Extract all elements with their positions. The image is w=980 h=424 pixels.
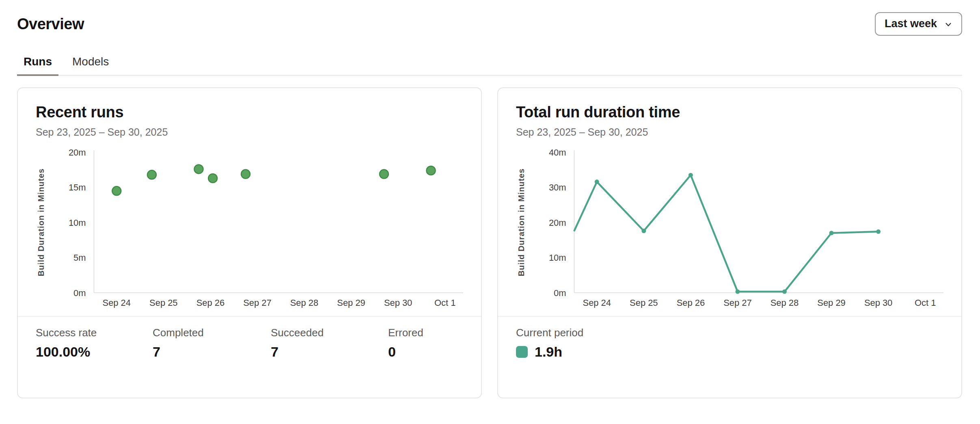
page-header: Overview Last week bbox=[17, 11, 962, 37]
cards-row: Recent runs Sep 23, 2025 – Sep 30, 2025 … bbox=[17, 87, 962, 398]
svg-text:Build Duration in Minutes: Build Duration in Minutes bbox=[517, 168, 526, 276]
chevron-down-icon bbox=[943, 19, 953, 29]
stat-value: 7 bbox=[153, 344, 271, 360]
duration-line-plot: 0m10m20m30m40mSep 24Sep 25Sep 26Sep 27Se… bbox=[516, 149, 943, 310]
svg-text:Sep 26: Sep 26 bbox=[677, 298, 705, 308]
svg-text:Sep 24: Sep 24 bbox=[583, 298, 611, 308]
svg-text:0m: 0m bbox=[554, 288, 566, 298]
stat-label: Completed bbox=[153, 327, 271, 339]
svg-text:Sep 28: Sep 28 bbox=[290, 298, 318, 308]
recent-runs-footer: Success rate 100.00% Completed 7 Succeed… bbox=[18, 316, 481, 360]
tab-runs[interactable]: Runs bbox=[17, 55, 58, 76]
stat-errored: Errored 0 bbox=[388, 327, 463, 360]
period-dropdown-value: Last week bbox=[885, 17, 937, 30]
recent-runs-chart: 0m5m10m15m20mSep 24Sep 25Sep 26Sep 27Sep… bbox=[36, 149, 463, 310]
svg-text:Sep 30: Sep 30 bbox=[384, 298, 412, 308]
stat-value: 7 bbox=[271, 344, 388, 360]
svg-text:Build Duration in Minutes: Build Duration in Minutes bbox=[37, 168, 45, 276]
svg-text:Sep 24: Sep 24 bbox=[103, 298, 131, 308]
total-duration-title: Total run duration time bbox=[516, 104, 943, 121]
recent-runs-card: Recent runs Sep 23, 2025 – Sep 30, 2025 … bbox=[17, 87, 482, 398]
stat-label: Errored bbox=[388, 327, 463, 339]
stat-label: Success rate bbox=[36, 327, 153, 339]
svg-text:Sep 25: Sep 25 bbox=[149, 298, 177, 308]
svg-text:Sep 26: Sep 26 bbox=[196, 298, 224, 308]
total-duration-date-range: Sep 23, 2025 – Sep 30, 2025 bbox=[516, 126, 943, 138]
period-dropdown[interactable]: Last week bbox=[875, 12, 962, 36]
svg-text:20m: 20m bbox=[69, 149, 86, 158]
total-duration-chart: 0m10m20m30m40mSep 24Sep 25Sep 26Sep 27Se… bbox=[516, 149, 943, 310]
svg-text:10m: 10m bbox=[549, 253, 566, 263]
stat-success-rate: Success rate 100.00% bbox=[36, 327, 153, 360]
svg-text:Sep 27: Sep 27 bbox=[723, 298, 751, 308]
recent-runs-date-range: Sep 23, 2025 – Sep 30, 2025 bbox=[36, 126, 463, 138]
tab-models[interactable]: Models bbox=[66, 55, 115, 76]
page-title: Overview bbox=[17, 15, 84, 33]
stat-completed: Completed 7 bbox=[153, 327, 271, 360]
svg-text:Sep 29: Sep 29 bbox=[817, 298, 845, 308]
legend-row: 1.9h bbox=[516, 344, 943, 360]
recent-runs-scatter-plot: 0m5m10m15m20mSep 24Sep 25Sep 26Sep 27Sep… bbox=[36, 149, 463, 310]
legend-value: 1.9h bbox=[535, 344, 562, 360]
svg-text:30m: 30m bbox=[549, 182, 566, 193]
svg-text:20m: 20m bbox=[549, 218, 566, 228]
total-duration-card: Total run duration time Sep 23, 2025 – S… bbox=[497, 87, 962, 398]
stat-succeeded: Succeeded 7 bbox=[271, 327, 388, 360]
stat-value: 100.00% bbox=[36, 344, 153, 360]
stat-value: 0 bbox=[388, 344, 463, 360]
svg-text:Oct 1: Oct 1 bbox=[915, 298, 936, 308]
tab-bar: Runs Models bbox=[17, 55, 962, 76]
legend-swatch bbox=[516, 346, 528, 358]
svg-text:10m: 10m bbox=[69, 218, 86, 228]
recent-runs-title: Recent runs bbox=[36, 104, 463, 121]
svg-text:Sep 27: Sep 27 bbox=[243, 298, 271, 308]
overview-page: Overview Last week Runs Models Recent ru… bbox=[0, 0, 980, 398]
total-duration-footer: Current period 1.9h bbox=[498, 316, 961, 360]
legend-label: Current period bbox=[516, 327, 943, 339]
svg-text:Sep 30: Sep 30 bbox=[864, 298, 892, 308]
svg-text:Sep 25: Sep 25 bbox=[630, 298, 658, 308]
svg-text:40m: 40m bbox=[549, 149, 566, 158]
svg-text:15m: 15m bbox=[69, 182, 86, 193]
svg-text:0m: 0m bbox=[73, 288, 86, 298]
svg-text:Sep 29: Sep 29 bbox=[337, 298, 365, 308]
svg-text:Sep 28: Sep 28 bbox=[771, 298, 799, 308]
stat-label: Succeeded bbox=[271, 327, 388, 339]
svg-text:5m: 5m bbox=[73, 253, 86, 263]
svg-text:Oct 1: Oct 1 bbox=[434, 298, 455, 308]
